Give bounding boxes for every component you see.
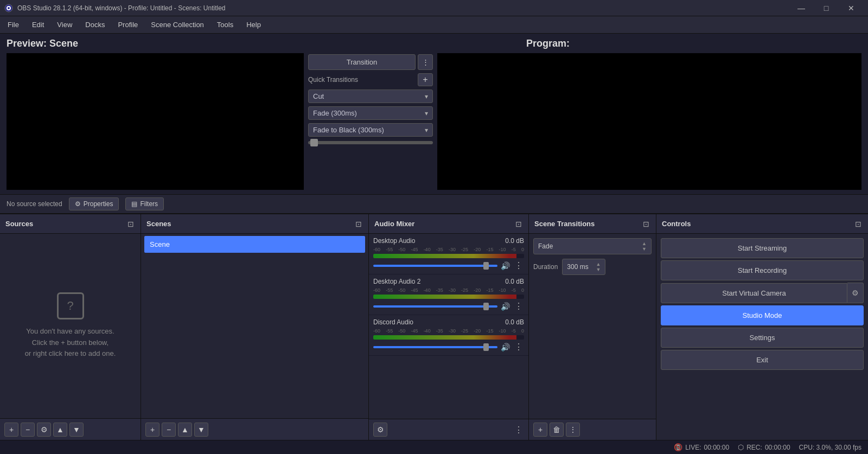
minimize-button[interactable]: — — [789, 0, 814, 16]
transition-slider-thumb[interactable] — [310, 139, 318, 146]
virtual-camera-settings-button[interactable]: ⚙ — [847, 283, 864, 303]
sources-add-button[interactable]: + — [4, 423, 18, 437]
sources-settings-button[interactable]: ⚙ — [37, 423, 51, 437]
menu-docks[interactable]: Docks — [80, 18, 110, 31]
sources-up-button[interactable]: ▲ — [53, 423, 67, 437]
cut-dropdown[interactable]: Cut ▾ — [308, 89, 433, 103]
audio-mixer-panel: Audio Mixer ⊡ Desktop Audio 0.0 dB -60-5… — [369, 214, 529, 440]
sources-panel-header: Sources ⊡ — [0, 214, 141, 234]
controls-panel-undock-button[interactable]: ⊡ — [854, 219, 863, 229]
live-label: LIVE: — [685, 444, 701, 451]
discord-audio-name: Discord Audio — [373, 318, 413, 326]
exit-button[interactable]: Exit — [661, 350, 864, 370]
duration-input[interactable]: 300 ms ▲▼ — [562, 259, 605, 275]
sources-down-button[interactable]: ▼ — [69, 423, 84, 437]
sources-empty-message: You don't have any sources.Click the + b… — [25, 326, 116, 360]
preview-title: Preview: Scene — [7, 38, 310, 49]
transition-slider-track[interactable] — [308, 141, 433, 144]
sources-panel-undock-button[interactable]: ⊡ — [126, 219, 135, 229]
filters-button[interactable]: ▤ Filters — [125, 197, 164, 210]
transition-more-button[interactable]: ⋮ — [418, 54, 433, 70]
menu-help[interactable]: Help — [241, 18, 266, 31]
transition-type-select[interactable]: Fade ▲▼ — [533, 238, 652, 254]
fade-dropdown[interactable]: Fade (300ms) ▾ — [308, 106, 433, 120]
menu-view[interactable]: View — [52, 18, 78, 31]
discord-audio-slider-thumb[interactable] — [483, 343, 489, 351]
desktop-audio-2-more-button[interactable]: ⋮ — [513, 301, 524, 311]
scenes-add-button[interactable]: + — [145, 423, 159, 437]
audio-mixer-more-button[interactable]: ⋮ — [513, 425, 524, 435]
program-canvas — [437, 53, 861, 190]
start-recording-button[interactable]: Start Recording — [661, 260, 864, 280]
properties-label: Properties — [84, 200, 113, 208]
sources-panel: Sources ⊡ ? You don't have any sources.C… — [0, 214, 141, 440]
desktop-audio-meter-labels: -60-55-50 -45-40-35 -30-25-20 -15-10-5 0 — [373, 247, 524, 252]
close-button[interactable]: ✕ — [839, 0, 864, 16]
desktop-audio-header: Desktop Audio 0.0 dB — [373, 237, 524, 245]
menu-file[interactable]: File — [2, 18, 24, 31]
discord-audio-meter-fill — [373, 335, 516, 340]
desktop-audio-2-mute-button[interactable]: 🔊 — [501, 302, 510, 311]
cpu-status: CPU: 3.0%, 30.00 fps — [799, 444, 861, 451]
cut-chevron-icon: ▾ — [425, 93, 428, 100]
transition-button[interactable]: Transition — [308, 54, 416, 70]
studio-mode-button[interactable]: Studio Mode — [661, 305, 864, 325]
menu-tools[interactable]: Tools — [212, 18, 239, 31]
scenes-panel-header: Scenes ⊡ — [141, 214, 368, 234]
scenes-down-button[interactable]: ▼ — [194, 423, 208, 437]
discord-audio-meter-labels: -60-55-50 -45-40-35 -30-25-20 -15-10-5 0 — [373, 328, 524, 334]
desktop-audio-slider[interactable] — [373, 265, 497, 267]
live-status: 📵 LIVE: 00:00:00 — [674, 443, 729, 451]
fade-black-dropdown[interactable]: Fade to Black (300ms) ▾ — [308, 123, 433, 137]
start-streaming-button[interactable]: Start Streaming — [661, 238, 864, 258]
scene-transitions-actions: ⊡ — [642, 219, 650, 229]
desktop-audio-slider-thumb[interactable] — [483, 262, 489, 270]
rec-label: REC: — [746, 444, 762, 451]
transitions-delete-button[interactable]: 🗑 — [550, 423, 564, 437]
quick-transitions-add-button[interactable]: + — [418, 73, 433, 86]
menu-profile[interactable]: Profile — [112, 18, 143, 31]
transition-type-row: Fade ▲▼ — [533, 238, 652, 254]
panels-row: Sources ⊡ ? You don't have any sources.C… — [0, 214, 868, 440]
scene-item[interactable]: Scene — [144, 236, 365, 253]
titlebar-left: OBS Studio 28.1.2 (64-bit, windows) - Pr… — [4, 4, 226, 12]
scene-transitions-undock-button[interactable]: ⊡ — [642, 219, 650, 229]
settings-button[interactable]: Settings — [661, 328, 864, 348]
scene-transitions-content: Fade ▲▼ Duration 300 ms ▲▼ — [529, 234, 656, 419]
transition-type-spinners: ▲▼ — [642, 241, 647, 252]
source-bar: No source selected ⚙ Properties ▤ Filter… — [0, 194, 868, 214]
menu-scene-collection[interactable]: Scene Collection — [145, 18, 209, 31]
preview-canvas — [7, 53, 304, 190]
properties-button[interactable]: ⚙ Properties — [69, 197, 119, 210]
scenes-remove-button[interactable]: − — [162, 423, 176, 437]
desktop-audio-mute-button[interactable]: 🔊 — [501, 261, 510, 270]
controls-panel-content: Start Streaming Start Recording Start Vi… — [656, 234, 868, 440]
audio-mixer-undock-button[interactable]: ⊡ — [514, 219, 523, 229]
transitions-add-button[interactable]: + — [533, 423, 547, 437]
rec-status: ⬡ REC: 00:00:00 — [738, 443, 790, 451]
fade-chevron-icon: ▾ — [425, 110, 428, 117]
cut-label: Cut — [313, 92, 324, 100]
transitions-more-button[interactable]: ⋮ — [566, 423, 580, 437]
desktop-audio-channel: Desktop Audio 0.0 dB -60-55-50 -45-40-35… — [369, 234, 528, 274]
scenes-up-button[interactable]: ▲ — [178, 423, 192, 437]
maximize-button[interactable]: □ — [814, 0, 839, 16]
sources-remove-button[interactable]: − — [21, 423, 35, 437]
desktop-audio-2-meter-labels: -60-55-50 -45-40-35 -30-25-20 -15-10-5 0 — [373, 287, 524, 293]
duration-label: Duration — [533, 263, 558, 271]
desktop-audio-2-slider-thumb[interactable] — [483, 303, 489, 310]
desktop-audio-2-slider[interactable] — [373, 305, 497, 308]
scene-transitions-title: Scene Transitions — [534, 220, 595, 228]
discord-audio-more-button[interactable]: ⋮ — [513, 342, 524, 352]
menu-edit[interactable]: Edit — [27, 18, 49, 31]
cpu-label: CPU: 3.0%, 30.00 fps — [799, 444, 861, 451]
discord-audio-mute-button[interactable]: 🔊 — [501, 343, 510, 351]
duration-value: 300 ms — [567, 263, 588, 271]
start-virtual-camera-button[interactable]: Start Virtual Camera — [661, 283, 847, 303]
desktop-audio-more-button[interactable]: ⋮ — [513, 260, 524, 271]
audio-mixer-settings-button[interactable]: ⚙ — [373, 423, 387, 437]
desktop-audio-meter — [373, 254, 524, 258]
desktop-audio-2-name: Desktop Audio 2 — [373, 278, 420, 285]
scenes-panel-undock-button[interactable]: ⊡ — [354, 219, 363, 229]
discord-audio-slider[interactable] — [373, 346, 497, 348]
